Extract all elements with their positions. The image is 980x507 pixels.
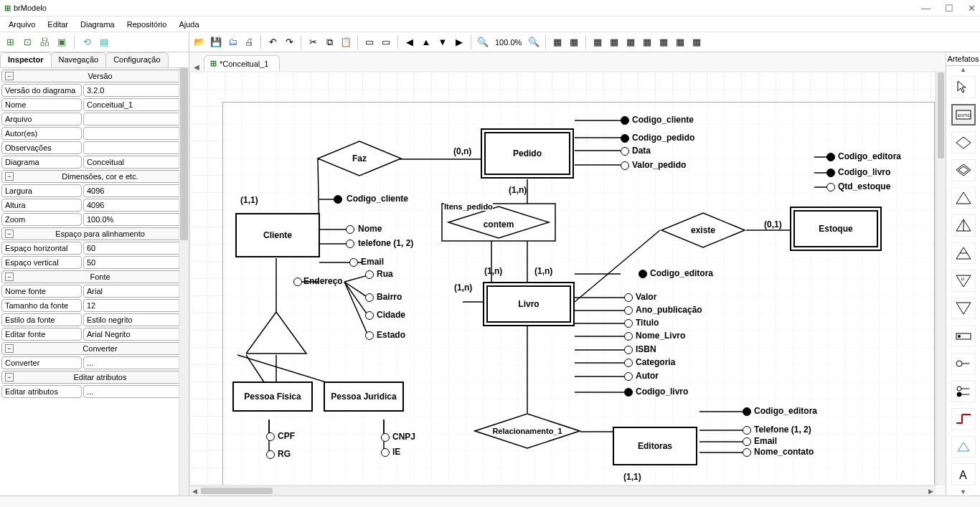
- attr-estoque-cliv-dot[interactable]: [826, 169, 835, 177]
- tb-newmodel-icon[interactable]: ⊞: [3, 35, 17, 49]
- menu-editar[interactable]: Editar: [42, 19, 74, 30]
- tool-text[interactable]: A: [951, 463, 976, 485]
- close-icon[interactable]: ✕: [968, 3, 976, 14]
- tb-nav-right-icon[interactable]: ▶: [452, 35, 466, 49]
- maximize-icon[interactable]: ☐: [945, 3, 953, 14]
- attr-editoras-email-dot[interactable]: [743, 437, 751, 446]
- attr-estado-dot[interactable]: [365, 331, 374, 340]
- attr-endereco-dot[interactable]: [293, 278, 302, 286]
- attr-pedido-cped-dot[interactable]: [621, 134, 629, 143]
- tb-grid6-icon[interactable]: ▦: [673, 35, 687, 49]
- tool-attribute[interactable]: [951, 353, 976, 375]
- tool-specialization[interactable]: [951, 187, 976, 209]
- tool-attribute-key[interactable]: [951, 381, 976, 403]
- tb-nav-up-icon[interactable]: ▲: [419, 35, 433, 49]
- tb-nav-down-icon[interactable]: ▼: [435, 35, 450, 49]
- section-espaco[interactable]: −Espaço para alinhamento: [1, 227, 184, 240]
- attr-estoque-ced-dot[interactable]: [826, 153, 835, 161]
- attr-livro-clivro-dot[interactable]: [624, 388, 633, 397]
- tb-grid2-icon[interactable]: ▦: [607, 35, 621, 49]
- rel-faz[interactable]: Faz: [316, 141, 402, 176]
- tb-nav-left-icon[interactable]: ◀: [402, 35, 417, 49]
- entity-estoque[interactable]: Estoque: [790, 207, 882, 251]
- entity-pessoa-juridica[interactable]: Pessoa Juridica: [324, 382, 404, 412]
- tool-entity[interactable]: ENTID: [951, 104, 976, 126]
- menu-repositorio[interactable]: Repositório: [121, 19, 173, 30]
- tb-print-icon[interactable]: 🖨: [242, 35, 256, 49]
- rel-contem[interactable]: contem Itens_pedido: [441, 203, 556, 242]
- canvas[interactable]: Cliente Pedido Livro Estoque Editoras Pe…: [189, 71, 936, 485]
- rp-scroll-up-icon[interactable]: ▲: [960, 66, 966, 73]
- tab-prev-icon[interactable]: ◀: [194, 63, 199, 71]
- tool-generalization-down[interactable]: u: [951, 270, 976, 292]
- section-editar-atributos[interactable]: −Editar atributos: [1, 371, 184, 384]
- tb-grid3-icon[interactable]: ▦: [623, 35, 638, 49]
- tb-copy-icon[interactable]: ⧉: [322, 35, 336, 49]
- menu-diagrama[interactable]: Diagrama: [75, 19, 121, 30]
- tool-relationship[interactable]: [951, 131, 976, 153]
- specialization-triangle[interactable]: [246, 312, 307, 355]
- entity-editoras[interactable]: Editoras: [613, 427, 697, 465]
- tb-back-icon[interactable]: ▭: [379, 35, 393, 49]
- entity-cliente[interactable]: Cliente: [235, 213, 320, 257]
- tool-link[interactable]: [951, 408, 976, 430]
- attr-cliente-nome-dot[interactable]: [346, 225, 354, 234]
- attr-livro-isbn-dot[interactable]: [624, 346, 633, 354]
- tb-grid1-icon[interactable]: ▦: [590, 35, 605, 49]
- tool-color[interactable]: [951, 436, 976, 458]
- attr-editoras-cod-dot[interactable]: [743, 407, 751, 416]
- tool-generalization[interactable]: [951, 298, 976, 320]
- menu-arquivo[interactable]: Arquivo: [3, 19, 41, 30]
- canvas-h-scrollbar[interactable]: ◀ ▶: [189, 485, 936, 496]
- tb-align2-icon[interactable]: ▦: [567, 35, 581, 49]
- attr-estoque-qtd-dot[interactable]: [826, 183, 835, 191]
- attr-cidade-dot[interactable]: [365, 311, 374, 320]
- tb-redo-icon[interactable]: ↷: [282, 35, 296, 49]
- attr-cliente-email-dot[interactable]: [349, 258, 358, 267]
- attr-pf-rg-dot[interactable]: [266, 450, 275, 459]
- attr-livro-valor-dot[interactable]: [624, 293, 633, 302]
- tb-refr-icon[interactable]: ⟲: [80, 35, 94, 49]
- tab-navegacao[interactable]: Navegação: [51, 52, 107, 67]
- entity-pessoa-fisica[interactable]: Pessoa Fisica: [232, 382, 313, 412]
- attr-livro-nome-dot[interactable]: [624, 332, 633, 341]
- tb-zoomin-icon[interactable]: 🔍: [476, 35, 490, 49]
- tb-undo-icon[interactable]: ↶: [265, 35, 280, 49]
- attr-pf-cpf-dot[interactable]: [266, 432, 275, 441]
- rel-relacionamento1[interactable]: Relacionamento_1: [473, 413, 581, 449]
- attr-pedido-ccli-dot[interactable]: [621, 116, 629, 125]
- canvas-tab[interactable]: ⊞ *Conceitual_1: [204, 55, 280, 71]
- section-converter[interactable]: −Converter: [1, 342, 184, 355]
- rp-scroll-down-icon[interactable]: ▼: [960, 488, 966, 496]
- tb-saveall-icon[interactable]: 🗂: [225, 35, 240, 49]
- tb-grid4-icon[interactable]: ▦: [640, 35, 654, 49]
- attr-livro-ced-dot[interactable]: [639, 270, 647, 278]
- tb-hier-icon[interactable]: ▣: [55, 35, 69, 49]
- attr-cliente-codigo-dot[interactable]: [334, 195, 342, 204]
- tb-front-icon[interactable]: ▭: [362, 35, 377, 49]
- entity-livro[interactable]: Livro: [483, 282, 575, 326]
- tb-paste-icon[interactable]: 📋: [339, 35, 353, 49]
- tb-align1-icon[interactable]: ▦: [550, 35, 565, 49]
- tb-save-icon[interactable]: 💾: [209, 35, 223, 49]
- attr-cliente-tel-dot[interactable]: [346, 240, 354, 248]
- tb-tree-icon[interactable]: 品: [37, 35, 52, 49]
- tab-inspector[interactable]: Inspector: [0, 52, 52, 67]
- section-dimensoes[interactable]: −Dimensões, cor e etc.: [1, 170, 184, 183]
- attr-pedido-data-dot[interactable]: [621, 147, 629, 156]
- tool-union[interactable]: [951, 242, 976, 265]
- tb-zoomout-icon[interactable]: 🔍: [527, 35, 541, 49]
- tb-grid7-icon[interactable]: ▦: [689, 35, 704, 49]
- entity-pedido[interactable]: Pedido: [481, 128, 574, 179]
- section-fonte[interactable]: −Fonte: [1, 270, 184, 283]
- attr-bairro-dot[interactable]: [365, 293, 374, 302]
- attr-livro-titulo-dot[interactable]: [624, 319, 633, 328]
- attr-livro-autor-dot[interactable]: [624, 372, 633, 381]
- attr-pj-ie-dot[interactable]: [381, 448, 390, 457]
- left-scrollbar[interactable]: [179, 68, 189, 496]
- attr-rua-dot[interactable]: [365, 270, 374, 279]
- tool-cardinality[interactable]: [951, 325, 976, 347]
- attr-pj-cnpj-dot[interactable]: [381, 433, 390, 442]
- tb-open-icon[interactable]: 📂: [192, 35, 207, 49]
- attr-livro-ano-dot[interactable]: [624, 306, 633, 315]
